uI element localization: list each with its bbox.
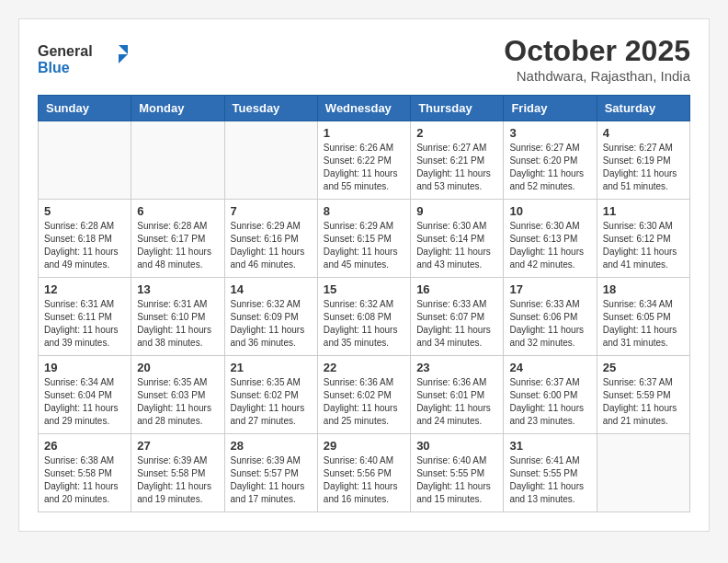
day-info: Sunrise: 6:36 AMSunset: 6:01 PMDaylight:… (416, 376, 497, 428)
day-cell: 12Sunrise: 6:31 AMSunset: 6:11 PMDayligh… (39, 278, 131, 356)
day-info: Sunrise: 6:31 AMSunset: 6:10 PMDaylight:… (137, 298, 218, 350)
day-header-sunday: Sunday (39, 96, 131, 121)
logo: General Blue (38, 38, 139, 83)
day-info: Sunrise: 6:38 AMSunset: 5:58 PMDaylight:… (44, 454, 125, 506)
day-number: 6 (137, 204, 218, 218)
day-number: 29 (324, 439, 404, 453)
day-info: Sunrise: 6:35 AMSunset: 6:03 PMDaylight:… (137, 376, 218, 428)
day-info: Sunrise: 6:32 AMSunset: 6:09 PMDaylight:… (231, 298, 312, 350)
day-cell: 14Sunrise: 6:32 AMSunset: 6:09 PMDayligh… (224, 278, 317, 356)
day-number: 19 (44, 361, 125, 374)
day-cell (224, 121, 317, 200)
day-number: 22 (324, 361, 404, 374)
day-cell: 30Sunrise: 6:40 AMSunset: 5:55 PMDayligh… (411, 434, 504, 512)
calendar-container: General Blue October 2025 Nathdwara, Raj… (18, 18, 710, 532)
day-cell: 17Sunrise: 6:33 AMSunset: 6:06 PMDayligh… (504, 278, 597, 356)
day-number: 11 (603, 204, 684, 218)
day-info: Sunrise: 6:27 AMSunset: 6:20 PMDaylight:… (509, 142, 590, 193)
day-number: 16 (416, 282, 497, 296)
day-cell: 9Sunrise: 6:30 AMSunset: 6:14 PMDaylight… (411, 200, 504, 278)
day-info: Sunrise: 6:29 AMSunset: 6:16 PMDaylight:… (231, 220, 312, 271)
day-number: 27 (137, 439, 218, 453)
day-cell (131, 121, 224, 200)
day-cell: 20Sunrise: 6:35 AMSunset: 6:03 PMDayligh… (131, 356, 224, 434)
day-info: Sunrise: 6:34 AMSunset: 6:04 PMDaylight:… (44, 376, 125, 428)
day-cell: 6Sunrise: 6:28 AMSunset: 6:17 PMDaylight… (131, 200, 224, 278)
week-row-2: 12Sunrise: 6:31 AMSunset: 6:11 PMDayligh… (39, 278, 690, 356)
week-row-4: 26Sunrise: 6:38 AMSunset: 5:58 PMDayligh… (39, 434, 690, 512)
day-number: 21 (231, 361, 312, 374)
day-header-thursday: Thursday (411, 96, 504, 121)
svg-marker-2 (119, 54, 128, 63)
day-cell: 21Sunrise: 6:35 AMSunset: 6:02 PMDayligh… (224, 356, 317, 434)
day-cell: 26Sunrise: 6:38 AMSunset: 5:58 PMDayligh… (39, 434, 131, 512)
day-header-saturday: Saturday (597, 96, 689, 121)
day-number: 30 (416, 439, 497, 453)
svg-text:Blue: Blue (38, 60, 70, 75)
day-cell: 15Sunrise: 6:32 AMSunset: 6:08 PMDayligh… (317, 278, 410, 356)
day-cell: 1Sunrise: 6:26 AMSunset: 6:22 PMDaylight… (317, 121, 410, 200)
day-number: 14 (231, 282, 312, 296)
day-header-friday: Friday (504, 96, 597, 121)
day-header-monday: Monday (131, 96, 224, 121)
day-info: Sunrise: 6:29 AMSunset: 6:15 PMDaylight:… (324, 220, 404, 271)
header: General Blue October 2025 Nathdwara, Raj… (38, 33, 690, 84)
day-cell: 13Sunrise: 6:31 AMSunset: 6:10 PMDayligh… (131, 278, 224, 356)
title-section: October 2025 Nathdwara, Rajasthan, India (504, 33, 690, 84)
day-cell: 3Sunrise: 6:27 AMSunset: 6:20 PMDaylight… (504, 121, 597, 200)
day-info: Sunrise: 6:35 AMSunset: 6:02 PMDaylight:… (231, 376, 312, 428)
day-number: 26 (44, 439, 125, 453)
day-cell: 29Sunrise: 6:40 AMSunset: 5:56 PMDayligh… (317, 434, 410, 512)
week-row-1: 5Sunrise: 6:28 AMSunset: 6:18 PMDaylight… (39, 200, 690, 278)
day-info: Sunrise: 6:37 AMSunset: 6:00 PMDaylight:… (509, 376, 590, 428)
day-info: Sunrise: 6:37 AMSunset: 5:59 PMDaylight:… (603, 376, 684, 428)
day-cell (39, 121, 131, 200)
day-info: Sunrise: 6:39 AMSunset: 5:58 PMDaylight:… (137, 454, 218, 506)
day-number: 10 (509, 204, 590, 218)
day-cell: 8Sunrise: 6:29 AMSunset: 6:15 PMDaylight… (317, 200, 410, 278)
day-info: Sunrise: 6:27 AMSunset: 6:19 PMDaylight:… (603, 142, 684, 193)
day-number: 17 (509, 282, 590, 296)
day-cell: 19Sunrise: 6:34 AMSunset: 6:04 PMDayligh… (39, 356, 131, 434)
week-row-3: 19Sunrise: 6:34 AMSunset: 6:04 PMDayligh… (39, 356, 690, 434)
day-cell: 10Sunrise: 6:30 AMSunset: 6:13 PMDayligh… (504, 200, 597, 278)
day-cell: 24Sunrise: 6:37 AMSunset: 6:00 PMDayligh… (504, 356, 597, 434)
day-info: Sunrise: 6:33 AMSunset: 6:06 PMDaylight:… (509, 298, 590, 350)
day-cell: 22Sunrise: 6:36 AMSunset: 6:02 PMDayligh… (317, 356, 410, 434)
day-info: Sunrise: 6:31 AMSunset: 6:11 PMDaylight:… (44, 298, 125, 350)
day-number: 24 (509, 361, 590, 374)
day-info: Sunrise: 6:30 AMSunset: 6:12 PMDaylight:… (603, 220, 684, 271)
header-row: SundayMondayTuesdayWednesdayThursdayFrid… (39, 96, 690, 121)
day-number: 20 (137, 361, 218, 374)
day-cell: 5Sunrise: 6:28 AMSunset: 6:18 PMDaylight… (39, 200, 131, 278)
day-info: Sunrise: 6:34 AMSunset: 6:05 PMDaylight:… (603, 298, 684, 350)
day-number: 5 (44, 204, 125, 218)
day-number: 13 (137, 282, 218, 296)
day-info: Sunrise: 6:30 AMSunset: 6:14 PMDaylight:… (416, 220, 497, 271)
day-info: Sunrise: 6:28 AMSunset: 6:18 PMDaylight:… (44, 220, 125, 271)
day-header-wednesday: Wednesday (317, 96, 410, 121)
day-cell: 31Sunrise: 6:41 AMSunset: 5:55 PMDayligh… (504, 434, 597, 512)
day-number: 1 (324, 126, 404, 140)
day-number: 18 (603, 282, 684, 296)
day-info: Sunrise: 6:28 AMSunset: 6:17 PMDaylight:… (137, 220, 218, 271)
month-title: October 2025 (504, 33, 690, 68)
day-header-tuesday: Tuesday (224, 96, 317, 121)
day-cell: 4Sunrise: 6:27 AMSunset: 6:19 PMDaylight… (597, 121, 689, 200)
svg-text:General: General (38, 43, 93, 59)
day-number: 28 (231, 439, 312, 453)
day-number: 25 (603, 361, 684, 374)
day-cell: 7Sunrise: 6:29 AMSunset: 6:16 PMDaylight… (224, 200, 317, 278)
calendar-table: SundayMondayTuesdayWednesdayThursdayFrid… (38, 95, 690, 512)
week-row-0: 1Sunrise: 6:26 AMSunset: 6:22 PMDaylight… (39, 121, 690, 200)
day-info: Sunrise: 6:39 AMSunset: 5:57 PMDaylight:… (231, 454, 312, 506)
day-info: Sunrise: 6:36 AMSunset: 6:02 PMDaylight:… (324, 376, 404, 428)
day-cell: 18Sunrise: 6:34 AMSunset: 6:05 PMDayligh… (597, 278, 689, 356)
day-number: 7 (231, 204, 312, 218)
day-info: Sunrise: 6:26 AMSunset: 6:22 PMDaylight:… (324, 142, 404, 193)
day-number: 12 (44, 282, 125, 296)
day-number: 3 (509, 126, 590, 140)
day-number: 31 (509, 439, 590, 453)
day-info: Sunrise: 6:40 AMSunset: 5:55 PMDaylight:… (416, 454, 497, 506)
day-info: Sunrise: 6:30 AMSunset: 6:13 PMDaylight:… (509, 220, 590, 271)
